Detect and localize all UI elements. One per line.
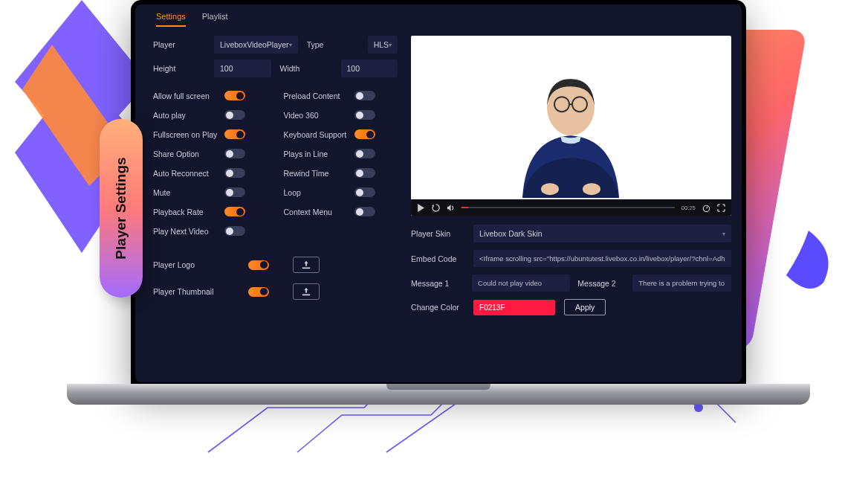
type-label: Type — [307, 40, 360, 49]
play-icon[interactable] — [417, 204, 425, 212]
fullscreen-icon[interactable] — [717, 204, 725, 212]
toggle-row: Video 360 — [284, 110, 398, 120]
toggle-row: Play Next Video — [153, 226, 268, 236]
toggle-switch[interactable] — [354, 129, 375, 139]
toggle-row: Allow full screen — [153, 91, 268, 100]
height-input[interactable]: 100 — [214, 60, 271, 77]
player-logo-label: Player Logo — [153, 260, 224, 269]
toggle-switch[interactable] — [354, 149, 375, 158]
toggle-switch[interactable] — [354, 110, 375, 120]
player-settings-badge: Player Settings — [100, 119, 143, 298]
toggle-row: Rewind Time — [284, 168, 398, 178]
toggle-label: Mute — [153, 188, 170, 197]
message1-label: Message 1 — [411, 279, 464, 288]
toggle-row: Fullscreen on Play — [153, 129, 268, 139]
chevron-down-icon: ▾ — [289, 42, 292, 48]
time-display: 00:25 — [681, 205, 696, 211]
color-input[interactable]: F0213F — [473, 300, 555, 315]
toggle-switch[interactable] — [224, 187, 245, 197]
width-label: Width — [280, 64, 334, 73]
video-controls: 00:25 — [411, 199, 731, 216]
laptop-frame: Settings Playlist Player LiveboxVideoPla… — [131, 0, 746, 387]
video-preview: 00:25 — [411, 36, 731, 216]
toggle-label: Allow full screen — [153, 91, 210, 100]
chevron-down-icon: ▾ — [722, 231, 725, 237]
speed-icon[interactable] — [702, 204, 710, 212]
laptop-base — [67, 384, 810, 405]
toggle-row: Share Option — [153, 149, 268, 158]
toggle-label: Share Option — [153, 150, 199, 158]
player-logo-upload[interactable] — [293, 257, 320, 273]
embed-code-input[interactable]: <Iframe scrolling src="https://ubuntutes… — [473, 250, 731, 267]
tabs-bar: Settings Playlist — [135, 4, 742, 31]
player-logo-toggle[interactable] — [248, 260, 269, 270]
embed-code-label: Embed Code — [411, 254, 464, 263]
person-placeholder — [496, 64, 645, 198]
toggle-switch[interactable] — [354, 187, 375, 197]
width-input[interactable]: 100 — [341, 60, 398, 77]
apply-button[interactable]: Apply — [564, 299, 606, 315]
toggle-row: Keyboard Support — [284, 129, 398, 139]
svg-point-7 — [583, 183, 600, 195]
toggle-label: Preload Content — [284, 91, 340, 100]
svg-point-6 — [541, 183, 559, 195]
toggle-label: Auto Reconnect — [153, 169, 209, 178]
toggle-row: Loop — [284, 187, 398, 197]
message2-input[interactable]: There is a problem trying to — [632, 274, 731, 292]
player-skin-label: Player Skin — [411, 229, 464, 238]
change-color-label: Change Color — [411, 303, 464, 312]
toggle-row: Playback Rate — [153, 207, 268, 216]
toggle-label: Context Menu — [284, 208, 332, 216]
chevron-down-icon: ▾ — [389, 42, 392, 48]
height-label: Height — [153, 64, 207, 73]
toggle-switch[interactable] — [354, 168, 375, 178]
toggle-switch[interactable] — [224, 226, 245, 236]
player-label: Player — [153, 40, 207, 49]
toggle-label: Playback Rate — [153, 208, 204, 216]
message2-label: Message 2 — [577, 279, 625, 288]
toggle-label: Rewind Time — [284, 169, 329, 178]
player-thumbnail-label: Player Thumbnail — [153, 287, 224, 296]
progress-bar[interactable] — [461, 207, 675, 208]
tab-settings[interactable]: Settings — [156, 12, 186, 27]
toggle-label: Loop — [284, 188, 301, 197]
toggle-row: Mute — [153, 187, 268, 197]
toggle-label: Video 360 — [284, 111, 319, 120]
toggle-label: Plays in Line — [284, 150, 328, 158]
toggle-label: Auto play — [153, 111, 186, 120]
toggle-row: Context Menu — [284, 207, 398, 216]
upload-icon — [301, 260, 311, 269]
player-thumbnail-upload[interactable] — [293, 283, 320, 300]
toggle-switch[interactable] — [224, 110, 245, 120]
toggle-switch[interactable] — [224, 129, 245, 139]
toggle-switch[interactable] — [354, 207, 375, 216]
player-select[interactable]: LiveboxVideoPlayer▾ — [214, 36, 298, 54]
type-select[interactable]: HLS▾ — [368, 36, 398, 54]
toggle-row: Plays in Line — [284, 149, 398, 158]
toggle-switch[interactable] — [224, 149, 245, 158]
toggle-switch[interactable] — [224, 207, 245, 216]
toggle-switch[interactable] — [354, 91, 375, 100]
toggle-label: Keyboard Support — [284, 130, 347, 139]
toggle-switch[interactable] — [224, 91, 245, 100]
upload-icon — [301, 287, 311, 296]
message1-input[interactable]: Could not play video — [472, 274, 570, 292]
toggle-row: Auto play — [153, 110, 268, 120]
player-skin-select[interactable]: Livebox Dark Skin▾ — [473, 225, 731, 242]
toggle-switch[interactable] — [224, 168, 245, 178]
toggle-label: Fullscreen on Play — [153, 130, 217, 139]
player-thumbnail-toggle[interactable] — [248, 287, 269, 297]
rewind-icon[interactable] — [432, 204, 440, 212]
tab-playlist[interactable]: Playlist — [202, 12, 228, 27]
toggle-row: Preload Content — [284, 91, 398, 100]
volume-icon[interactable] — [447, 204, 455, 212]
bg-shape-blue — [779, 231, 838, 305]
toggle-label: Play Next Video — [153, 227, 209, 236]
toggle-row: Auto Reconnect — [153, 168, 268, 178]
app-screen: Settings Playlist Player LiveboxVideoPla… — [135, 4, 742, 382]
